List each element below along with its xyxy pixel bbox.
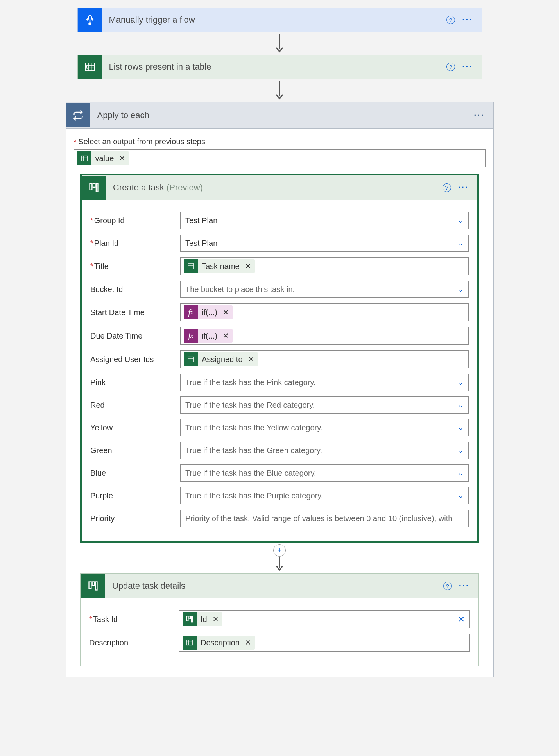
apply-to-each-header[interactable]: Apply to each ··· <box>66 102 493 129</box>
add-step-button[interactable]: + <box>273 544 286 557</box>
fx-icon: fx <box>184 305 198 319</box>
svg-rect-13 <box>93 183 95 187</box>
chevron-down-icon: ⌄ <box>458 469 464 477</box>
create-task-title: Create a task (Preview) <box>106 183 443 193</box>
remove-token-icon[interactable]: ✕ <box>221 308 233 317</box>
list-rows-title: List rows present in a table <box>102 62 447 72</box>
priority-input[interactable]: Priority of the task. Valid range of val… <box>180 510 469 527</box>
task-name-token[interactable]: Task name ✕ <box>184 259 255 273</box>
priority-label: Priority <box>90 514 180 523</box>
group-id-label: *Group Id <box>90 216 180 225</box>
yellow-label: Yellow <box>90 423 180 432</box>
svg-rect-23 <box>92 582 95 586</box>
help-icon[interactable]: ? <box>443 183 451 192</box>
fx-token[interactable]: fx if(...) ✕ <box>184 305 233 319</box>
blue-label: Blue <box>90 469 180 478</box>
remove-token-icon[interactable]: ✕ <box>247 355 258 364</box>
more-icon[interactable]: ··· <box>458 183 469 193</box>
chevron-down-icon: ⌄ <box>458 401 464 409</box>
chevron-down-icon: ⌄ <box>458 423 464 432</box>
start-date-input[interactable]: fx if(...) ✕ <box>180 303 469 321</box>
more-icon[interactable]: ··· <box>462 15 473 25</box>
svg-rect-22 <box>89 582 91 588</box>
excel-icon <box>77 151 91 165</box>
fx-token[interactable]: fx if(...) ✕ <box>184 329 233 343</box>
id-token[interactable]: Id ✕ <box>183 612 222 626</box>
red-label: Red <box>90 401 180 410</box>
assigned-input[interactable]: Assigned to ✕ <box>180 350 469 368</box>
plan-id-select[interactable]: Test Plan⌄ <box>180 235 469 252</box>
chevron-down-icon: ⌄ <box>458 216 464 225</box>
chevron-down-icon: ⌄ <box>458 285 464 294</box>
plan-id-label: *Plan Id <box>90 239 180 248</box>
apply-to-each-title: Apply to each <box>90 110 474 120</box>
pink-select[interactable]: True if the task has the Pink category.⌄ <box>180 374 469 391</box>
svg-rect-28 <box>187 640 193 645</box>
remove-token-icon[interactable]: ✕ <box>221 331 233 340</box>
task-id-input[interactable]: Id ✕ ✕ <box>179 610 470 628</box>
purple-label: Purple <box>90 491 180 500</box>
due-date-input[interactable]: fx if(...) ✕ <box>180 327 469 345</box>
purple-select[interactable]: True if the task has the Purple category… <box>180 487 469 504</box>
update-task-header[interactable]: Update task details ? ··· <box>81 573 478 598</box>
update-task-card: Update task details ? ··· *Task Id <box>80 573 479 666</box>
remove-token-icon[interactable]: ✕ <box>211 615 222 623</box>
help-icon[interactable]: ? <box>446 16 455 24</box>
due-date-label: Due Date Time <box>90 331 180 340</box>
touch-icon <box>78 8 102 32</box>
svg-rect-15 <box>188 263 194 269</box>
yellow-select[interactable]: True if the task has the Yellow category… <box>180 419 469 436</box>
excel-icon <box>184 352 198 366</box>
group-id-select[interactable]: Test Plan⌄ <box>180 212 469 229</box>
more-icon[interactable]: ··· <box>474 110 484 120</box>
planner-icon <box>81 574 105 598</box>
title-label: *Title <box>90 262 180 271</box>
create-task-header[interactable]: Create a task (Preview) ? ··· <box>82 175 477 200</box>
description-label: Description <box>89 638 179 647</box>
description-token[interactable]: Description ✕ <box>183 636 255 650</box>
bucket-id-label: Bucket Id <box>90 285 180 294</box>
excel-icon <box>183 636 197 650</box>
help-icon[interactable]: ? <box>443 582 452 590</box>
more-icon[interactable]: ··· <box>462 62 473 72</box>
green-select[interactable]: True if the task has the Green category.… <box>180 442 469 459</box>
assigned-label: Assigned User Ids <box>90 355 180 364</box>
red-select[interactable]: True if the task has the Red category.⌄ <box>180 396 469 414</box>
planner-icon <box>183 612 197 626</box>
remove-token-icon[interactable]: ✕ <box>244 262 255 271</box>
update-task-title: Update task details <box>105 581 443 591</box>
more-icon[interactable]: ··· <box>459 581 469 591</box>
list-rows-step[interactable]: X List rows present in a table ? ··· <box>77 55 482 79</box>
trigger-step[interactable]: Manually trigger a flow ? ··· <box>77 8 482 32</box>
title-input[interactable]: Task name ✕ <box>180 257 469 275</box>
connector-arrow <box>276 81 283 100</box>
task-id-label: *Task Id <box>89 615 179 624</box>
excel-icon <box>184 259 198 273</box>
clear-icon[interactable]: ✕ <box>458 614 465 624</box>
remove-token-icon[interactable]: ✕ <box>118 154 129 163</box>
svg-rect-12 <box>90 183 92 190</box>
pink-label: Pink <box>90 378 180 387</box>
description-input[interactable]: Description ✕ <box>179 634 470 652</box>
remove-token-icon[interactable]: ✕ <box>244 638 255 647</box>
svg-rect-14 <box>96 183 98 192</box>
value-token[interactable]: value ✕ <box>77 151 129 165</box>
svg-rect-25 <box>187 616 188 621</box>
select-output-label: *Select an output from previous steps <box>74 137 486 146</box>
svg-rect-9 <box>81 156 87 161</box>
bucket-id-select[interactable]: The bucket to place this task in.⌄ <box>180 281 469 298</box>
apply-to-each-container: Apply to each ··· *Select an output from… <box>66 102 494 677</box>
help-icon[interactable]: ? <box>446 63 455 71</box>
chevron-down-icon: ⌄ <box>458 239 464 247</box>
green-label: Green <box>90 446 180 455</box>
svg-rect-18 <box>188 357 194 362</box>
blue-select[interactable]: True if the task has the Blue category.⌄ <box>180 464 469 482</box>
trigger-title: Manually trigger a flow <box>102 15 447 25</box>
create-task-card: Create a task (Preview) ? ··· *Group Id … <box>80 174 479 543</box>
svg-rect-26 <box>189 616 190 619</box>
assigned-to-token[interactable]: Assigned to ✕ <box>184 352 258 366</box>
svg-point-0 <box>89 23 91 25</box>
connector-arrow: + <box>273 544 286 571</box>
select-output-input[interactable]: value ✕ <box>74 149 486 167</box>
chevron-down-icon: ⌄ <box>458 446 464 455</box>
